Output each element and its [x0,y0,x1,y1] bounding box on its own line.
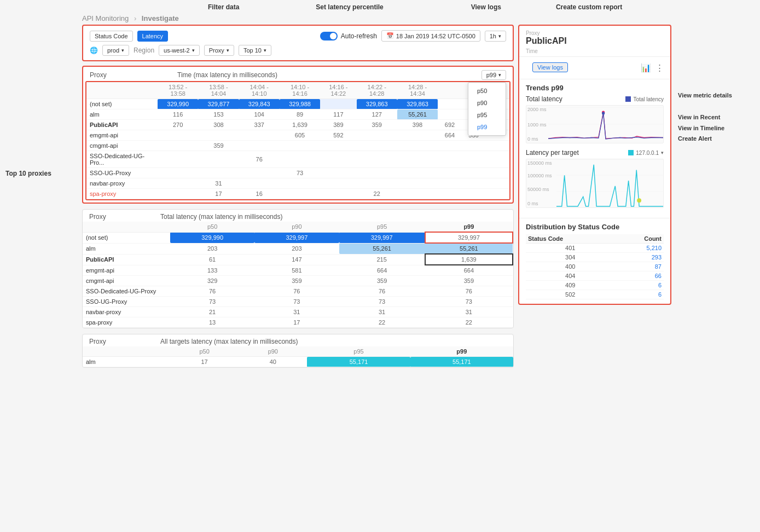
time-small-label: Time [526,48,664,54]
page-title: Investigate [142,14,179,22]
auto-refresh-label: Auto-refresh [341,32,377,40]
globe-icon: 🌐 [90,47,98,54]
table-row: SSO-Dedicated-UG-Proxy 76 76 76 76 [83,286,513,297]
table-row: navbar-proxy 31 [86,178,509,189]
table-row: (not set) 329,990 329,997 329,997 329,99… [83,232,513,243]
table-row: (not set) 329,990 329,877 329,843 329,98… [86,99,509,109]
view-metric-annotation: View metric details [678,90,760,101]
top10-proxies-annotation: Top 10 proxies [5,170,51,177]
latency-proxy-header: Proxy [90,71,155,79]
percentile-dropdown[interactable]: p99 ▾ [481,70,506,80]
list-item: 409 6 [526,281,664,290]
date-value: 18 Jan 2019 14:52 UTC-0500 [396,33,475,39]
right-panel-header: Proxy PublicAPI Time [519,26,670,57]
breadcrumb: API Monitoring › Investigate [0,12,760,25]
time-range-value: 1h [490,33,496,39]
list-item: 304 293 [526,253,664,262]
latency-per-target-metric: Latency per target 127.0.0.1 ▾ 150000 ms… [526,149,664,208]
date-picker[interactable]: 📅 18 Jan 2019 14:52 UTC-0500 [381,30,480,42]
table-row: navbar-proxy 21 31 31 31 [83,307,513,317]
view-logs-annotation: View logs [471,3,501,11]
percentile-menu: p50 p90 p95 p99 [468,82,506,136]
table-row: alm 116 153 104 89 117 127 55,261 [86,109,509,120]
latency-button[interactable]: Latency [137,31,169,42]
svg-point-4 [602,112,605,114]
target-legend-square [628,150,634,155]
auto-refresh-toggle[interactable]: Auto-refresh [320,32,377,41]
chevron-down-icon: ▾ [498,72,501,78]
time-range-selector[interactable]: 1h [485,31,506,42]
total-latency-chart: 2000 ms 1000 ms 0 ms [526,105,664,143]
total-latency-svg [548,106,663,143]
region-value: us-west-2 [164,47,190,54]
total-latency-data-table: p50 p90 p95 p99 (not set) 329,990 329,99… [83,222,513,328]
right-panel: Proxy PublicAPI Time View logs 📊 ⋮ Trend… [518,25,671,305]
proxy-small-label: Proxy [526,30,664,36]
table-row: emgmt-api 605 592 664 536 [86,130,509,141]
list-item: 401 5,210 [526,244,664,253]
total-latency-metric: Total latency Total latency 2000 ms 1000… [526,95,664,143]
right-annotations: View metric details View in Recent View … [678,25,760,378]
table-row: PublicAPI 270 308 337 1,639 389 359 398 … [86,120,509,130]
p95-option[interactable]: p95 [468,109,506,121]
p50-option[interactable]: p50 [468,85,506,97]
view-timeline-annotation: View in Timeline [678,123,760,134]
create-alert-annotation: Create Alert [678,134,760,144]
legend-label: Total latency [633,96,664,102]
all-targets-data-table: p50 p90 p95 p99 alm 17 40 55,171 55,171 [83,346,513,367]
table-row: alm 17 40 55,171 55,171 [83,357,513,367]
table-row: emgmt-api 133 581 664 664 [83,265,513,276]
total-proxy-header: Proxy [89,213,160,221]
status-code-col-header: Status Code [526,234,614,244]
region-dropdown[interactable]: us-west-2 [159,45,200,56]
list-item: 502 6 [526,290,664,299]
trends-title: Trends p99 [526,84,664,92]
status-code-button[interactable]: Status Code [90,31,133,42]
top10-label: Top 10 [243,47,262,54]
latency-per-target-chart: 150000 ms 100000 ms 50000 ms 0 ms [526,159,664,208]
count-col-header: Count [614,234,664,244]
proxy-name-title: PublicAPI [526,36,664,46]
proxy-list-border: 13:52 -13:58 13:58 -14:04 14:04 -14:10 1… [85,81,510,200]
table-row: spa-proxy 17 16 22 [86,189,509,199]
status-code-table: Status Code Count 401 5,210 304 293 [526,234,664,299]
prod-dropdown[interactable]: prod [102,45,129,56]
toggle-switch-control[interactable] [320,32,338,41]
set-latency-annotation: Set latency percentile [316,3,383,11]
latency-data-table: 13:52 -13:58 13:58 -14:04 14:04 -14:10 1… [86,82,509,199]
table-row: cmgmt-api 329 359 359 359 [83,276,513,286]
bar-chart-icon[interactable]: 📊 [641,63,651,73]
dist-title: Distribution by Status Code [526,223,664,231]
list-item: 404 66 [526,271,664,281]
all-targets-header: All targets latency (max latency in mill… [160,338,298,345]
legend-square [625,96,631,102]
table-row: cmgmt-api 359 [86,141,509,151]
table-row: spa-proxy 13 17 22 22 [83,317,513,328]
table-row: SSO-UG-Proxy 73 73 73 73 [83,297,513,307]
view-logs-button[interactable]: View logs [532,62,568,72]
filter-bar: Status Code Latency Auto-refresh 📅 18 Ja… [82,25,514,61]
trends-section: Trends p99 Total latency Total latency 2… [519,79,670,218]
latency-time-table: Proxy Time (max latency in milliseconds)… [82,66,514,204]
calendar-icon: 📅 [386,32,394,39]
proxy-label: Proxy [209,47,224,54]
status-code-distribution: Distribution by Status Code Status Code … [519,218,670,304]
p99-option[interactable]: p99 [468,121,506,133]
total-latency-label: Total latency [526,95,562,103]
p90-option[interactable]: p90 [468,97,506,109]
table-row: PublicAPI 61 147 215 1,639 [83,254,513,265]
table-row: alm 203 203 55,261 55,261 [83,243,513,254]
latency-per-target-svg [556,159,663,207]
view-recent-annotation: View in Recent [678,112,760,123]
more-options-icon[interactable]: ⋮ [655,63,664,73]
top10-dropdown[interactable]: Top 10 [239,45,271,56]
filter-data-annotation: Filter data [208,3,239,11]
table-row: SSO-UG-Proxy 73 [86,168,509,178]
list-item: 400 87 [526,262,664,271]
target-chevron-icon[interactable]: ▾ [661,150,664,155]
targets-proxy-header: Proxy [89,338,160,345]
latency-time-header: Time (max latency in milliseconds) [177,71,277,79]
all-targets-table: Proxy All targets latency (max latency i… [82,334,514,368]
percentile-value: p99 [486,72,496,78]
proxy-dropdown[interactable]: Proxy [204,45,234,56]
